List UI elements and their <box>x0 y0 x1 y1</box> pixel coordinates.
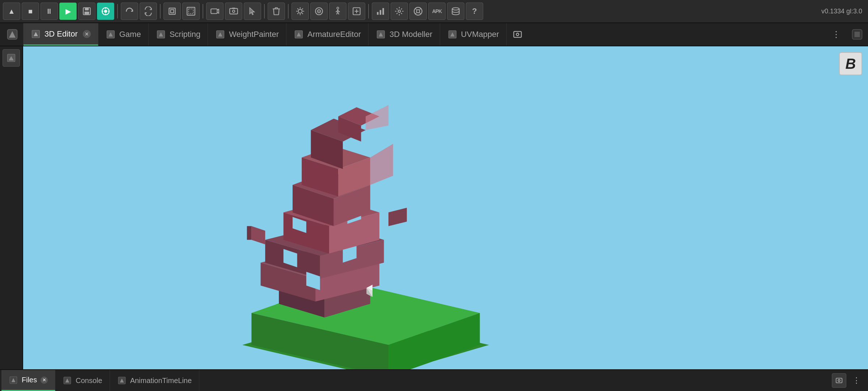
tab-armature-editor[interactable]: ArmatureEditor <box>286 23 369 46</box>
3d-viewport[interactable]: B <box>23 46 868 369</box>
tab-3d-editor[interactable]: 3D Editor ✕ <box>24 23 98 46</box>
svg-point-28 <box>337 7 339 9</box>
cursor-button[interactable] <box>244 3 261 20</box>
svg-marker-85 <box>247 226 252 240</box>
svg-rect-39 <box>382 8 384 14</box>
origin-button[interactable] <box>310 3 328 20</box>
separator-6 <box>368 4 369 18</box>
separator-4 <box>264 4 265 18</box>
svg-rect-10 <box>171 10 174 13</box>
svg-rect-37 <box>377 12 378 15</box>
svg-rect-13 <box>230 8 238 14</box>
camera2-button[interactable] <box>225 3 242 20</box>
svg-line-22 <box>302 13 303 14</box>
preferences-button[interactable] <box>409 3 427 20</box>
separator-3 <box>203 4 203 18</box>
lighting-button[interactable] <box>292 3 309 20</box>
save-button[interactable] <box>78 3 95 20</box>
svg-point-40 <box>398 10 401 13</box>
svg-point-14 <box>233 10 235 13</box>
svg-point-41 <box>414 7 422 15</box>
tab-weight-painter-label: WeightPainter <box>229 30 279 39</box>
tab-uv-mapper[interactable]: UVMapper <box>440 23 507 46</box>
tab-3d-modeller-label: 3D Modeller <box>390 30 433 39</box>
right-edge-icon[interactable] <box>846 23 868 46</box>
sidebar-cube-icon[interactable] <box>3 49 20 67</box>
svg-point-27 <box>318 10 319 12</box>
armature-button[interactable] <box>329 3 346 20</box>
tab-3d-editor-close[interactable]: ✕ <box>83 30 91 38</box>
tab-armature-editor-label: ArmatureEditor <box>307 30 361 39</box>
tab-game[interactable]: Game <box>98 23 149 46</box>
sync-button[interactable] <box>140 3 157 20</box>
tab-weight-painter[interactable]: WeightPainter <box>208 23 286 46</box>
apk-button[interactable]: APK <box>428 3 446 20</box>
tab-game-label: Game <box>119 30 141 39</box>
svg-rect-2 <box>85 12 89 14</box>
top-toolbar: ▲ ■ ⏸ ▶ <box>0 0 868 23</box>
version-label: v0.1334 gl:3.0 <box>821 8 865 15</box>
graph-button[interactable] <box>372 3 389 20</box>
main-content: B <box>0 46 868 369</box>
delete-button[interactable] <box>268 3 285 20</box>
tab-3d-editor-label: 3D Editor <box>44 29 78 39</box>
svg-rect-12 <box>211 9 217 14</box>
bottom-tab-console[interactable]: Console <box>55 370 110 391</box>
tab-3d-modeller[interactable]: 3D Modeller <box>369 23 440 46</box>
render-button[interactable] <box>97 3 114 20</box>
separator-1 <box>117 4 118 18</box>
tab-more-button[interactable]: ⋮ <box>826 23 846 46</box>
left-sidebar <box>0 46 23 369</box>
svg-point-16 <box>298 9 302 13</box>
frame-out-button[interactable] <box>182 3 200 20</box>
svg-rect-100 <box>836 378 842 383</box>
svg-point-53 <box>516 33 519 36</box>
refresh-button[interactable] <box>121 3 138 20</box>
svg-rect-52 <box>514 31 521 37</box>
viewport-b-label: B <box>839 52 862 75</box>
frame-in-button[interactable] <box>163 3 181 20</box>
svg-rect-11 <box>187 7 195 15</box>
bottom-tab-console-label: Console <box>76 377 102 385</box>
svg-rect-1 <box>85 8 89 10</box>
scene-svg <box>23 46 868 369</box>
tab-bar: 3D Editor ✕ Game Scripting WeightPainter… <box>0 23 868 46</box>
bottom-tab-animation-label: AnimationTimeLine <box>130 377 192 385</box>
svg-line-33 <box>338 12 339 14</box>
menu-button[interactable]: ▲ <box>3 3 20 20</box>
svg-rect-15 <box>232 8 235 9</box>
svg-line-21 <box>297 8 298 9</box>
separator-2 <box>160 4 161 18</box>
bottom-more-button[interactable]: ⋮ <box>849 373 864 388</box>
play-button[interactable]: ▶ <box>59 3 77 20</box>
svg-point-101 <box>838 379 840 382</box>
svg-point-42 <box>417 10 420 13</box>
bottom-tab-animation-timeline[interactable]: AnimationTimeLine <box>110 370 199 391</box>
tab-screenshot-button[interactable] <box>507 23 528 46</box>
tab-uv-mapper-label: UVMapper <box>461 30 499 39</box>
add-object-button[interactable] <box>348 3 365 20</box>
separator-5 <box>288 4 289 18</box>
bottom-tab-files-close[interactable]: ✕ <box>41 377 48 384</box>
bottom-expand-button[interactable] <box>832 373 846 388</box>
bottom-tab-files[interactable]: Files ✕ <box>1 370 55 391</box>
tab-scripting[interactable]: Scripting <box>149 23 208 46</box>
pause-button[interactable]: ⏸ <box>41 3 58 20</box>
svg-rect-9 <box>169 8 175 14</box>
svg-point-43 <box>452 8 459 10</box>
bottom-right-actions: ⋮ <box>827 370 868 391</box>
help-button[interactable]: ? <box>466 3 483 20</box>
database-button[interactable] <box>447 3 464 20</box>
svg-line-23 <box>302 8 303 9</box>
tab-scripting-label: Scripting <box>170 30 201 39</box>
app-icon-tab[interactable] <box>1 23 24 46</box>
svg-line-24 <box>297 13 298 14</box>
stop-button[interactable]: ■ <box>22 3 39 20</box>
camera-button[interactable] <box>206 3 224 20</box>
bottom-panel: Files ✕ Console AnimationTimeLine ⋮ <box>0 369 868 391</box>
svg-rect-38 <box>380 10 381 15</box>
bottom-tab-files-label: Files <box>22 376 37 384</box>
settings-button[interactable] <box>391 3 408 20</box>
svg-point-4 <box>104 10 107 13</box>
